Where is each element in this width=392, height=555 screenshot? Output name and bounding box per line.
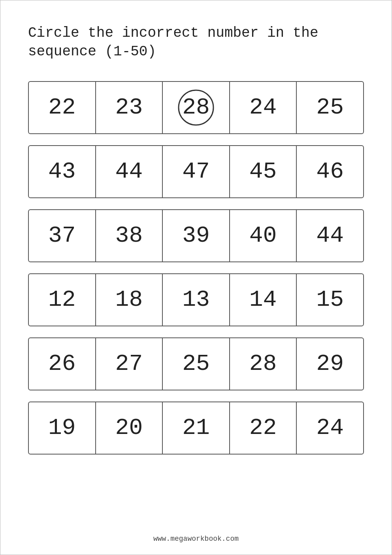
- number-r1-c3: 28: [182, 95, 210, 120]
- cell-r4-c1: 12: [29, 274, 96, 326]
- cell-r5-c3: 25: [163, 338, 230, 390]
- number-r2-c3: 47: [182, 159, 210, 184]
- number-r4-c5: 15: [316, 287, 344, 313]
- number-r4-c1: 12: [48, 287, 76, 313]
- number-r6-c2: 20: [115, 415, 143, 441]
- cell-r3-c5: 44: [297, 210, 363, 261]
- cell-r4-c4: 14: [230, 274, 297, 326]
- number-r5-c3: 25: [182, 351, 210, 377]
- number-r4-c2: 18: [115, 287, 143, 313]
- number-r2-c4: 45: [249, 159, 277, 184]
- footer-text: www.megaworkbook.com: [0, 535, 392, 543]
- sequences-container: 2223282425434447454637383940441218131415…: [28, 81, 364, 455]
- cell-r2-c5: 46: [297, 146, 363, 197]
- cell-r6-c1: 19: [29, 402, 96, 454]
- page: Circle the incorrect number in the seque…: [0, 0, 392, 555]
- sequence-row-5: 2627252829: [28, 337, 364, 390]
- cell-r4-c3: 13: [163, 274, 230, 326]
- sequence-row-3: 3738394044: [28, 209, 364, 262]
- number-r3-c3: 39: [182, 223, 210, 248]
- number-r2-c2: 44: [115, 159, 143, 184]
- sequence-row-6: 1920212224: [28, 402, 364, 455]
- cell-r3-c2: 38: [96, 210, 163, 261]
- cell-r4-c2: 18: [96, 274, 163, 326]
- number-r4-c4: 14: [249, 287, 277, 313]
- number-r5-c4: 28: [249, 351, 277, 377]
- cell-r1-c5: 25: [297, 82, 363, 133]
- sequence-row-2: 4344474546: [28, 145, 364, 198]
- cell-r1-c4: 24: [230, 82, 297, 133]
- cell-r6-c4: 22: [230, 402, 297, 454]
- number-r6-c5: 24: [316, 415, 344, 441]
- cell-r5-c1: 26: [29, 338, 96, 390]
- cell-r1-c1: 22: [29, 82, 96, 133]
- cell-r1-c3: 28: [163, 82, 230, 133]
- number-r3-c4: 40: [249, 223, 277, 248]
- cell-r3-c1: 37: [29, 210, 96, 261]
- page-title: Circle the incorrect number in the seque…: [28, 24, 364, 61]
- cell-r6-c5: 24: [297, 402, 363, 454]
- cell-r2-c2: 44: [96, 146, 163, 197]
- number-r5-c2: 27: [115, 351, 143, 377]
- sequence-row-4: 1218131415: [28, 273, 364, 326]
- number-r3-c2: 38: [115, 223, 143, 248]
- cell-r3-c3: 39: [163, 210, 230, 261]
- cell-r6-c3: 21: [163, 402, 230, 454]
- number-r6-c3: 21: [182, 415, 210, 441]
- number-r1-c2: 23: [115, 95, 143, 120]
- number-r3-c1: 37: [48, 223, 76, 248]
- number-r2-c1: 43: [48, 159, 76, 184]
- cell-r2-c1: 43: [29, 146, 96, 197]
- number-r4-c3: 13: [182, 287, 210, 313]
- cell-r5-c4: 28: [230, 338, 297, 390]
- number-r1-c5: 25: [316, 95, 344, 120]
- cell-r3-c4: 40: [230, 210, 297, 261]
- number-r1-c4: 24: [249, 95, 277, 120]
- sequence-row-1: 2223282425: [28, 81, 364, 134]
- number-r5-c1: 26: [48, 351, 76, 377]
- number-r6-c1: 19: [48, 415, 76, 441]
- cell-r2-c3: 47: [163, 146, 230, 197]
- number-r2-c5: 46: [316, 159, 344, 184]
- number-r6-c4: 22: [249, 415, 277, 441]
- number-r3-c5: 44: [316, 223, 344, 248]
- number-r1-c1: 22: [48, 95, 76, 120]
- cell-r2-c4: 45: [230, 146, 297, 197]
- cell-r5-c2: 27: [96, 338, 163, 390]
- cell-r5-c5: 29: [297, 338, 363, 390]
- cell-r4-c5: 15: [297, 274, 363, 326]
- cell-r6-c2: 20: [96, 402, 163, 454]
- cell-r1-c2: 23: [96, 82, 163, 133]
- number-r5-c5: 29: [316, 351, 344, 377]
